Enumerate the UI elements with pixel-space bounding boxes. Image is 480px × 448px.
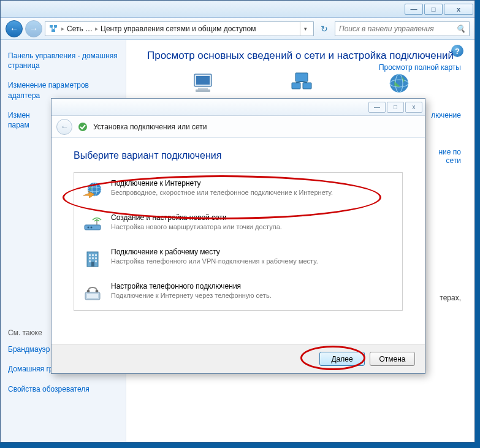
partial-link-3[interactable]: сети: [446, 156, 461, 165]
dialog-close-button[interactable]: x: [405, 102, 422, 113]
svg-point-37: [96, 290, 99, 292]
svg-rect-32: [95, 260, 97, 262]
svg-rect-35: [87, 294, 98, 298]
svg-rect-11: [303, 83, 311, 89]
sidebar-link-browser[interactable]: Свойства обозревателя: [8, 382, 118, 397]
navigation-bar: ← → ▸ Сеть … ▸ Центр управления сетями и…: [1, 18, 474, 40]
option-dialup[interactable]: Настройка телефонного подключения Подклю…: [74, 276, 402, 310]
phone-modem-icon: [82, 282, 104, 304]
breadcrumb-dropdown[interactable]: ▾: [300, 22, 311, 36]
window-titlebar: — □ x: [1, 1, 474, 18]
partial-link-2[interactable]: ние по: [438, 148, 461, 156]
option-title: Подключение к Интернету: [111, 179, 395, 188]
close-button[interactable]: x: [444, 4, 473, 15]
svg-rect-10: [292, 83, 300, 89]
network-icon: [48, 23, 59, 34]
maximize-button[interactable]: □: [424, 4, 443, 15]
building-icon: [82, 248, 104, 270]
globe-icon: [386, 70, 412, 96]
option-desc: Беспроводное, скоростное или телефонное …: [111, 189, 395, 196]
svg-rect-27: [95, 254, 97, 256]
svg-rect-2: [51, 29, 55, 32]
svg-rect-21: [85, 225, 101, 230]
breadcrumb-sep: ▸: [61, 25, 64, 32]
computer-icon: [190, 70, 216, 96]
svg-rect-28: [89, 257, 91, 259]
dialog-body: Выберите вариант подключения Подключение…: [51, 138, 425, 317]
svg-rect-31: [89, 260, 91, 262]
breadcrumb-item-center[interactable]: Центр управления сетями и общим доступом: [101, 25, 256, 33]
option-desc: Настройка телефонного или VPN-подключени…: [111, 257, 395, 265]
option-title: Создание и настройка новой сети: [111, 213, 395, 222]
cancel-button[interactable]: Отмена: [370, 352, 415, 366]
dialog-header: ← Установка подключения или сети: [51, 116, 425, 138]
sidebar-link-home[interactable]: Панель управления - домашняя страница: [8, 48, 118, 73]
setup-connection-dialog: — □ x ← Установка подключения или сети В…: [51, 98, 425, 374]
search-box[interactable]: 🔍: [335, 21, 470, 36]
svg-line-3: [51, 28, 53, 29]
router-icon: [82, 213, 104, 235]
svg-rect-25: [89, 254, 91, 256]
option-title: Подключение к рабочему месту: [111, 248, 395, 256]
svg-rect-6: [196, 76, 210, 85]
dialog-footer: Далее Отмена: [51, 344, 425, 373]
dialog-title: Установка подключения или сети: [93, 123, 207, 131]
network-hub-icon: [289, 70, 314, 96]
svg-line-4: [53, 28, 56, 29]
dialog-back-button[interactable]: ←: [56, 119, 72, 135]
svg-rect-9: [295, 73, 308, 82]
svg-rect-1: [54, 25, 57, 28]
breadcrumb-bar[interactable]: ▸ Сеть … ▸ Центр управления сетями и общ…: [45, 21, 314, 36]
globe-arrow-icon: [82, 179, 104, 201]
nav-back-button[interactable]: ←: [6, 20, 23, 37]
option-new-network[interactable]: Создание и настройка новой сети Настройк…: [74, 207, 402, 241]
full-map-link[interactable]: Просмотр полной карты: [379, 63, 461, 72]
breadcrumb-item-network[interactable]: Сеть …: [67, 25, 93, 33]
refresh-button[interactable]: ↻: [318, 22, 331, 36]
svg-rect-8: [196, 89, 210, 92]
svg-rect-29: [92, 257, 94, 259]
minimize-button[interactable]: —: [405, 4, 423, 15]
page-title: Просмотр основных сведений о сети и наст…: [140, 50, 461, 62]
svg-point-22: [88, 227, 90, 229]
option-title: Настройка телефонного подключения: [111, 282, 395, 290]
svg-rect-30: [95, 257, 97, 259]
option-internet[interactable]: Подключение к Интернету Беспроводное, ск…: [74, 173, 402, 207]
partial-link-connection[interactable]: лючение: [431, 111, 461, 120]
connection-option-list: Подключение к Интернету Беспроводное, ск…: [74, 172, 403, 311]
option-workplace[interactable]: Подключение к рабочему месту Настройка т…: [74, 241, 402, 276]
dialog-heading: Выберите вариант подключения: [74, 150, 403, 161]
svg-rect-7: [198, 88, 208, 89]
next-button[interactable]: Далее: [319, 352, 365, 366]
svg-point-14: [390, 74, 408, 93]
svg-point-23: [91, 227, 93, 229]
dialog-minimize-button[interactable]: —: [368, 102, 386, 113]
partial-text: терах,: [440, 294, 461, 302]
breadcrumb-sep: ▸: [95, 25, 98, 32]
search-icon: 🔍: [456, 25, 465, 33]
dialog-titlebar: — □ x: [51, 99, 425, 116]
option-desc: Настройка нового маршрутизатора или точк…: [111, 223, 395, 230]
search-input[interactable]: [339, 25, 456, 33]
option-desc: Подключение к Интернету через телефонную…: [111, 292, 395, 299]
svg-rect-26: [92, 254, 94, 256]
dialog-maximize-button[interactable]: □: [387, 102, 404, 113]
svg-point-36: [87, 290, 90, 292]
svg-point-17: [78, 123, 87, 131]
wizard-icon: [77, 121, 88, 132]
svg-rect-0: [50, 25, 53, 28]
svg-rect-33: [91, 262, 94, 267]
nav-forward-button[interactable]: →: [25, 20, 42, 37]
